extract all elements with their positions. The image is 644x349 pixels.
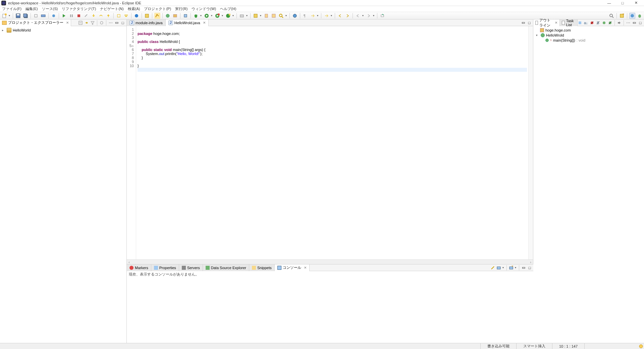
code-content[interactable]: package hoge.hoge.com; public class Hell… (136, 26, 528, 259)
focus-icon[interactable] (99, 20, 104, 25)
menu-source[interactable]: ソース(S) (42, 6, 58, 11)
tab-servers[interactable]: Servers (179, 264, 203, 271)
java-ee-perspective-icon[interactable] (629, 13, 635, 19)
tab-properties[interactable]: Properties (151, 264, 179, 271)
close-icon[interactable]: ✕ (304, 266, 307, 269)
menu-navigate[interactable]: ナビゲート(N) (100, 6, 123, 11)
hide-fields-icon[interactable] (590, 20, 594, 25)
overview-ruler[interactable] (528, 26, 533, 259)
view-menu-icon[interactable] (626, 20, 631, 25)
hide-local-icon[interactable] (608, 20, 612, 25)
dropdown-icon[interactable]: ▾ (260, 14, 262, 17)
task-list-tab[interactable]: Task List (560, 19, 578, 26)
new-server-icon[interactable] (239, 13, 245, 19)
annotation-nav-icon[interactable] (310, 13, 316, 19)
run-icon[interactable] (204, 13, 210, 19)
menu-window[interactable]: ウィンドウ(W) (192, 6, 216, 11)
quick-access-icon[interactable] (608, 13, 614, 19)
tab-markers[interactable]: Markers (127, 264, 151, 271)
coverage-icon[interactable] (144, 13, 150, 19)
pin-console-icon[interactable] (490, 265, 495, 270)
dropdown-icon[interactable]: ▾ (200, 14, 202, 17)
minimize-view-icon[interactable]: ▭ (521, 265, 526, 270)
tab-data-source-explorer[interactable]: Data Source Explorer (203, 264, 249, 271)
dropdown-icon[interactable]: ▾ (9, 14, 11, 17)
dropdown-icon[interactable]: ▾ (246, 14, 248, 17)
editor-horizontal-scrollbar[interactable]: ‹ › (127, 259, 533, 264)
expand-icon[interactable]: ▸ (2, 29, 5, 32)
history-back-icon[interactable] (355, 13, 361, 19)
forward-icon[interactable] (344, 13, 351, 19)
terminate-icon[interactable] (76, 13, 82, 19)
use-step-filters-icon[interactable] (123, 13, 129, 19)
menu-file[interactable]: ファイル(F) (2, 6, 21, 11)
new-connection-icon[interactable] (253, 13, 259, 19)
resume-icon[interactable] (61, 13, 67, 19)
maximize-view-icon[interactable]: □ (638, 20, 643, 25)
link-with-editor-icon[interactable] (84, 20, 89, 25)
display-selected-console-icon[interactable] (496, 265, 501, 270)
link-outline-icon[interactable] (617, 20, 622, 25)
dropdown-icon[interactable]: ▾ (515, 266, 517, 269)
dropdown-icon[interactable]: ▾ (317, 14, 319, 17)
link-editor-icon[interactable] (33, 13, 39, 19)
menu-refactor[interactable]: リファクタリング(T) (62, 6, 96, 11)
collapse-icon[interactable]: ▾ (536, 34, 539, 37)
new-java-package-icon[interactable] (172, 13, 178, 19)
step-into-icon[interactable] (91, 13, 97, 19)
minimize-view-icon[interactable]: ▭ (114, 20, 119, 25)
tip-icon[interactable] (638, 344, 644, 348)
history-forward-icon[interactable] (366, 13, 372, 19)
minimize-editor-icon[interactable]: ▭ (521, 20, 526, 25)
menu-search[interactable]: 検索(A) (128, 6, 140, 11)
maximize-view-icon[interactable]: □ (120, 20, 125, 25)
back-icon[interactable] (337, 13, 343, 19)
open-perspective-icon[interactable] (271, 13, 277, 19)
pin-editor-icon[interactable] (379, 13, 385, 19)
save-all-icon[interactable] (22, 13, 29, 19)
run-last-icon[interactable] (214, 13, 220, 19)
dropdown-icon[interactable]: ▾ (285, 14, 287, 17)
toggle-whitespace-icon[interactable]: ¶ (302, 13, 308, 19)
menu-help[interactable]: ヘルプ(H) (220, 6, 236, 11)
dropdown-icon[interactable]: ▾ (211, 14, 213, 17)
menu-project[interactable]: プロジェクト(P) (144, 6, 171, 11)
outline-tab[interactable]: アウトライン ✕ (533, 19, 560, 26)
new-java-class-icon[interactable] (165, 13, 171, 19)
menu-edit[interactable]: 編集(E) (25, 6, 38, 11)
outline-package[interactable]: hoge.hoge.com (536, 28, 641, 33)
drop-to-frame-icon[interactable] (116, 13, 122, 19)
close-button[interactable]: ✕ (629, 0, 643, 6)
code-editor[interactable]: 12345⊖678910 package hoge.hoge.com; publ… (127, 26, 533, 259)
hide-nonpublic-icon[interactable] (602, 20, 606, 25)
next-annotation-icon[interactable] (323, 13, 329, 19)
open-type-icon[interactable] (182, 13, 189, 19)
step-return-icon[interactable] (105, 13, 111, 19)
tab-snippets[interactable]: Snippets (249, 264, 275, 271)
skip-breakpoints-icon[interactable] (51, 13, 57, 19)
debug-perspective-icon[interactable] (637, 13, 643, 19)
project-tree[interactable]: ▸ HelloWorld (0, 26, 126, 343)
project-explorer-tab[interactable]: プロジェクト・エクスプローラー ✕ (0, 19, 71, 26)
outline-class[interactable]: ▾ HelloWrold (536, 33, 641, 38)
dropdown-icon[interactable]: ▾ (331, 14, 333, 17)
tree-item-helloworld[interactable]: ▸ HelloWorld (2, 28, 124, 33)
disconnect-icon[interactable] (83, 13, 89, 19)
dropdown-icon[interactable]: ▾ (232, 14, 234, 17)
outline-method[interactable]: S main(String[]) : void (536, 38, 641, 43)
sort-icon[interactable]: a↓ (584, 20, 588, 25)
editor-tab-module-info[interactable]: J module-info.java (127, 19, 166, 26)
close-icon[interactable]: ✕ (203, 21, 206, 24)
debug-icon[interactable] (193, 13, 199, 19)
dropdown-icon[interactable]: ▾ (362, 14, 364, 17)
maximize-view-icon[interactable]: □ (527, 265, 532, 270)
editor-tab-hellowrold[interactable]: J HelloWrold.java ✕ (166, 19, 209, 26)
outline-tree[interactable]: hoge.hoge.com ▾ HelloWrold S main(String… (533, 26, 644, 44)
filter-icon[interactable] (90, 20, 95, 25)
close-icon[interactable]: ✕ (555, 21, 557, 24)
dropdown-icon[interactable]: ▾ (373, 14, 375, 17)
open-task-icon[interactable] (263, 13, 269, 19)
maximize-editor-icon[interactable]: □ (527, 20, 532, 25)
tab-console[interactable]: コンソール✕ (275, 264, 310, 271)
web-browser-icon[interactable] (292, 13, 298, 19)
